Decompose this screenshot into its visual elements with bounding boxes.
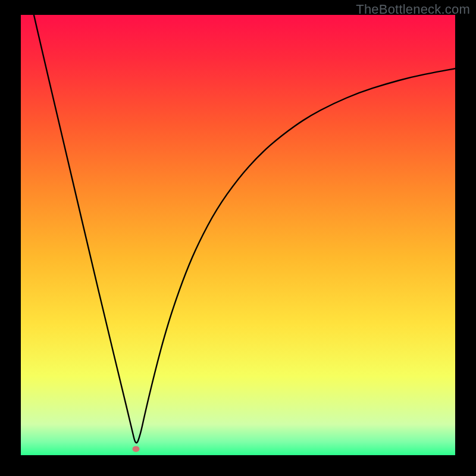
watermark-text: TheBottleneck.com — [356, 2, 470, 17]
minimum-marker-icon — [132, 446, 139, 452]
bottleneck-chart — [0, 0, 476, 476]
chart-container: TheBottleneck.com — [0, 0, 476, 476]
